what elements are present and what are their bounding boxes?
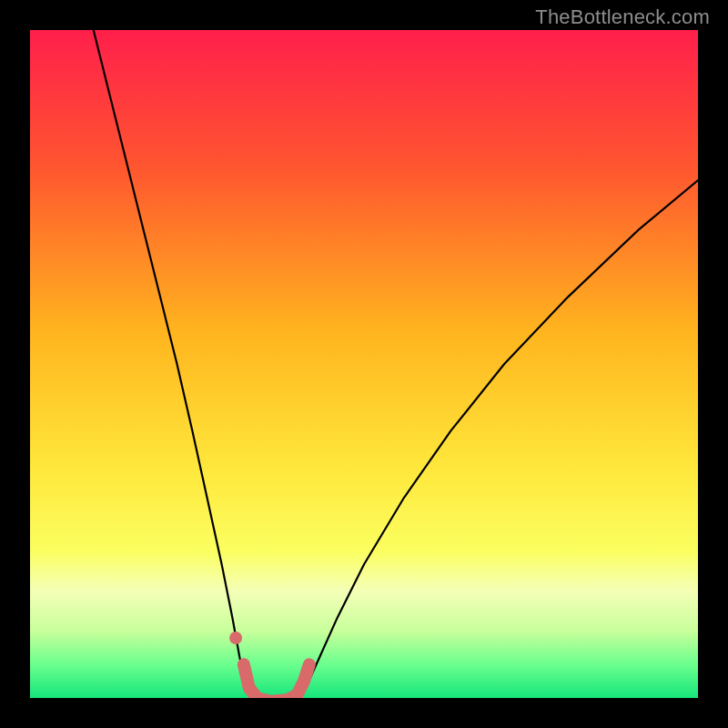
chart-plot-area — [30, 30, 698, 698]
valley-start-dot — [229, 632, 242, 644]
chart-background — [30, 30, 698, 698]
chart-marker-group — [229, 632, 242, 644]
chart-svg — [30, 30, 698, 698]
watermark-text: TheBottleneck.com — [535, 5, 710, 29]
